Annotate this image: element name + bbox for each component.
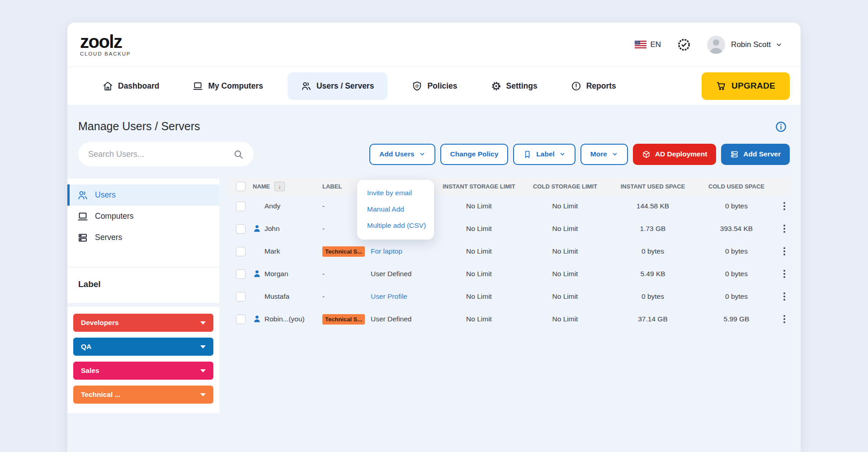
sidebar-item-servers[interactable]: Servers (67, 227, 219, 248)
name-sort-button[interactable]: ↓ (274, 182, 285, 191)
label-label: Label (536, 150, 554, 158)
label-list: Developers QA Sales Technical ... (67, 307, 219, 413)
user-name: Mark (264, 247, 280, 255)
add-users-label: Add Users (379, 150, 415, 158)
instant-used-space: 0 bytes (609, 247, 696, 255)
label-badge: Technical S... (322, 314, 365, 325)
instant-used-space: 37.14 GB (609, 315, 696, 323)
chevron-down-icon (200, 369, 206, 372)
chevron-down-icon (612, 151, 618, 157)
cart-icon (716, 81, 726, 91)
tab-reports[interactable]: Reports (562, 73, 625, 99)
sidebar-item-users[interactable]: Users (67, 184, 219, 206)
content-area: Manage Users / Servers Add Users Change … (67, 105, 801, 452)
user-policy[interactable]: User Profile (367, 292, 437, 301)
instant-used-space: 144.58 KB (609, 202, 696, 210)
language-selector[interactable]: EN (635, 40, 661, 49)
instant-storage-limit: No Limit (437, 315, 521, 323)
sidebar-item-computers[interactable]: Computers (67, 206, 219, 227)
alert-circle-icon (571, 81, 581, 91)
instant-storage-limit: No Limit (437, 202, 521, 210)
cold-used-space: 0 bytes (696, 292, 777, 301)
row-menu-button[interactable] (782, 291, 787, 302)
row-menu-button[interactable] (782, 268, 787, 280)
add-server-label: Add Server (743, 150, 781, 158)
tab-users-servers[interactable]: Users / Servers (288, 72, 387, 100)
user-label: - (318, 292, 367, 301)
menu-item-multiple-add-csv[interactable]: Multiple add (CSV) (357, 217, 434, 234)
row-menu-button[interactable] (782, 313, 787, 325)
account-menu[interactable]: Robin Scott (707, 36, 783, 54)
select-all-checkbox[interactable] (236, 182, 245, 191)
chevron-down-icon (200, 345, 206, 348)
row-checkbox[interactable] (236, 269, 245, 279)
menu-item-manual-add[interactable]: Manual Add (357, 201, 434, 217)
change-policy-label: Change Policy (450, 150, 499, 158)
tab-label: My Computers (208, 81, 263, 91)
change-policy-button[interactable]: Change Policy (440, 144, 509, 165)
zoolz-logo[interactable]: zoolz CLOUD BACKUP (80, 33, 131, 57)
tab-label: Dashboard (118, 81, 159, 91)
user-name: Morgan (264, 270, 288, 278)
upgrade-button[interactable]: UPGRADE (702, 72, 790, 100)
more-button[interactable]: More (580, 144, 628, 165)
row-menu-button[interactable] (782, 223, 787, 235)
row-checkbox[interactable] (236, 292, 245, 301)
column-header-cold-used: COLD USED SPACE (696, 183, 777, 190)
row-checkbox[interactable] (236, 315, 245, 324)
label-developers[interactable]: Developers (73, 314, 213, 332)
cold-storage-limit: No Limit (521, 270, 609, 278)
column-header-name: NAME (253, 183, 270, 190)
user-name: Robin...(you) (264, 315, 305, 323)
row-menu-button[interactable] (782, 245, 787, 257)
person-icon (253, 269, 261, 278)
label-sales[interactable]: Sales (73, 362, 213, 380)
row-checkbox[interactable] (236, 202, 245, 211)
tab-settings[interactable]: Settings (482, 73, 547, 99)
label-button[interactable]: Label (513, 144, 575, 165)
users-icon (77, 190, 88, 201)
page-title: Manage Users / Servers (78, 120, 200, 133)
label-name: Sales (81, 367, 99, 375)
table-row: John - Test Bug No Limit No Limit 1.73 G… (228, 217, 791, 240)
person-icon (253, 224, 261, 233)
column-header-instant-used: INSTANT USED SPACE (609, 183, 696, 190)
users-table: NAME ↓ LABEL INSTANT STORAGE LIMIT COLD … (228, 178, 791, 330)
tab-my-computers[interactable]: My Computers (184, 73, 272, 99)
row-menu-button[interactable] (782, 200, 787, 212)
certificate-icon[interactable] (677, 38, 691, 52)
search-input[interactable] (88, 150, 233, 159)
search-icon[interactable] (233, 149, 244, 160)
label-name: QA (81, 343, 91, 351)
info-icon[interactable] (775, 121, 787, 133)
row-checkbox[interactable] (236, 224, 245, 234)
user-policy[interactable]: For laptop (367, 247, 437, 255)
cold-storage-limit: No Limit (521, 247, 609, 255)
label-qa[interactable]: QA (73, 338, 213, 356)
add-users-dropdown: Invite by email Manual Add Multiple add … (357, 180, 434, 240)
cold-storage-limit: No Limit (521, 292, 609, 301)
logo-text: zoolz (80, 33, 131, 51)
top-header: zoolz CLOUD BACKUP (67, 23, 801, 67)
user-name: Robin Scott (731, 40, 771, 49)
chevron-down-icon (775, 41, 783, 48)
tab-dashboard[interactable]: Dashboard (94, 73, 168, 99)
menu-item-invite-by-email[interactable]: Invite by email (357, 185, 434, 201)
user-name: Andy (264, 202, 280, 210)
bookmark-icon (523, 150, 532, 159)
ad-deployment-button[interactable]: AD Deployment (633, 144, 716, 165)
add-users-button[interactable]: Add Users (369, 144, 435, 165)
logo-tagline: CLOUD BACKUP (80, 52, 131, 57)
avatar (707, 36, 725, 54)
label-section-heading: Label (67, 268, 219, 303)
cube-icon (642, 150, 651, 159)
table-row: Robin...(you) Technical S... User Define… (228, 308, 791, 330)
user-name: John (264, 225, 280, 233)
table-row: Mustafa - User Profile No Limit No Limit… (228, 285, 791, 308)
tab-policies[interactable]: @ Policies (403, 73, 466, 99)
row-checkbox[interactable] (236, 247, 245, 256)
add-server-button[interactable]: Add Server (721, 144, 790, 165)
label-name: Technical ... (81, 391, 121, 399)
sidebar-item-label: Servers (95, 233, 122, 242)
label-technical[interactable]: Technical ... (73, 386, 213, 404)
